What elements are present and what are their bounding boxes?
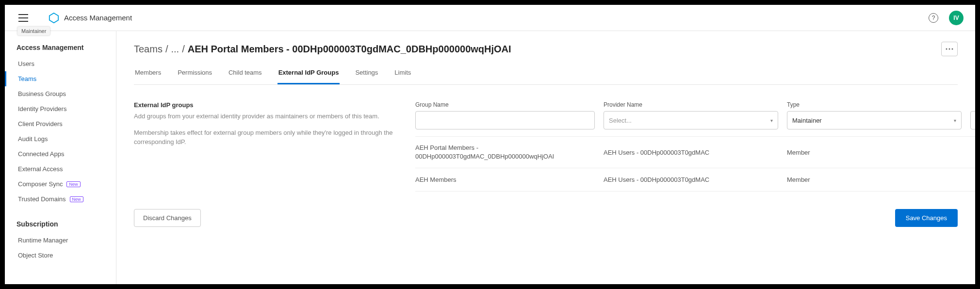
- svg-point-5: [949, 48, 950, 50]
- ellipsis-icon: [946, 48, 953, 50]
- sidebar-item-users[interactable]: Users: [5, 56, 116, 71]
- sidebar-item-connected-apps[interactable]: Connected Apps: [5, 146, 116, 161]
- cell-provider-name: AEH Users - 00DHp000003T0gdMAC: [604, 176, 778, 183]
- breadcrumb-sep: /: [165, 44, 168, 55]
- hamburger-menu[interactable]: Maintainer: [16, 12, 30, 24]
- type-select-value: Maintainer: [792, 117, 822, 124]
- sidebar-section-subscription: Subscription: [5, 217, 116, 233]
- sidebar-item-runtime-manager[interactable]: Runtime Manager: [5, 233, 116, 248]
- sidebar-item-label: Object Store: [18, 252, 53, 259]
- sidebar-item-external-access[interactable]: External Access: [5, 161, 116, 177]
- cell-type: Member: [787, 176, 962, 183]
- logo-icon: [49, 13, 59, 23]
- description-para1: Add groups from your external identity p…: [134, 112, 396, 121]
- svg-point-4: [946, 48, 947, 50]
- new-badge: New: [66, 181, 80, 187]
- sidebar: Access Management UsersTeamsBusiness Gro…: [5, 31, 116, 284]
- svg-rect-2: [18, 21, 28, 22]
- sidebar-item-label: Connected Apps: [18, 150, 64, 158]
- sidebar-item-label: Composer Sync: [18, 180, 63, 188]
- more-actions-button[interactable]: [941, 42, 958, 56]
- main-content: Teams / ... / AEH Portal Members - 00DHp…: [116, 31, 975, 284]
- sidebar-item-label: Identity Providers: [18, 105, 66, 112]
- avatar[interactable]: IV: [949, 11, 964, 25]
- sidebar-item-client-providers[interactable]: Client Providers: [5, 116, 116, 131]
- table-row: AEH Portal Members - 00DHp000003T0gdMAC_…: [415, 136, 975, 168]
- save-changes-button[interactable]: Save Changes: [895, 209, 958, 227]
- sidebar-item-label: Trusted Domains: [18, 195, 66, 203]
- breadcrumb: Teams / ... / AEH Portal Members - 00DHp…: [134, 44, 511, 55]
- sidebar-item-teams[interactable]: Teams: [5, 71, 116, 86]
- svg-rect-0: [18, 14, 28, 15]
- group-name-input[interactable]: [415, 111, 595, 129]
- cell-group-name: AEH Members: [415, 176, 595, 184]
- sidebar-item-audit-logs[interactable]: Audit Logs: [5, 131, 116, 146]
- sidebar-item-object-store[interactable]: Object Store: [5, 248, 116, 263]
- description-para2: Membership takes effect for external gro…: [134, 128, 396, 147]
- tab-permissions[interactable]: Permissions: [177, 63, 213, 84]
- sidebar-item-label: Teams: [18, 75, 36, 82]
- type-select[interactable]: Maintainer ▾: [787, 111, 962, 129]
- sidebar-item-business-groups[interactable]: Business Groups: [5, 86, 116, 101]
- type-label: Type: [787, 101, 962, 108]
- cell-actions: ✕: [970, 148, 975, 157]
- chevron-down-icon: ▾: [770, 118, 773, 123]
- cell-provider-name: AEH Users - 00DHp000003T0gdMAC: [604, 149, 778, 156]
- breadcrumb-root[interactable]: Teams: [134, 44, 163, 55]
- tab-limits[interactable]: Limits: [393, 63, 412, 84]
- table-row: AEH MembersAEH Users - 00DHp000003T0gdMA…: [415, 168, 975, 192]
- help-icon[interactable]: ?: [929, 13, 938, 23]
- cell-group-name: AEH Portal Members - 00DHp000003T0gdMAC_…: [415, 144, 595, 161]
- provider-name-select[interactable]: Select... ▾: [604, 111, 778, 129]
- breadcrumb-ellipsis[interactable]: ...: [171, 44, 179, 55]
- tooltip: Maintainer: [17, 27, 50, 35]
- sidebar-item-label: Client Providers: [18, 120, 63, 128]
- new-badge: New: [70, 196, 83, 202]
- provider-select-value: Select...: [609, 117, 632, 124]
- svg-point-6: [952, 48, 953, 50]
- sidebar-item-trusted-domains[interactable]: Trusted DomainsNew: [5, 192, 116, 207]
- add-button[interactable]: Add: [970, 111, 975, 129]
- sidebar-item-composer-sync[interactable]: Composer SyncNew: [5, 177, 116, 192]
- hamburger-icon: [18, 14, 28, 22]
- sidebar-item-identity-providers[interactable]: Identity Providers: [5, 101, 116, 116]
- description-title: External IdP groups: [134, 101, 396, 109]
- sidebar-item-label: Runtime Manager: [18, 237, 68, 244]
- tabs: MembersPermissionsChild teamsExternal Id…: [134, 63, 958, 85]
- breadcrumb-sep: /: [182, 44, 185, 55]
- chevron-down-icon: ▾: [954, 118, 956, 123]
- svg-marker-3: [49, 13, 58, 22]
- svg-rect-1: [18, 17, 28, 18]
- sidebar-item-label: Business Groups: [18, 90, 66, 97]
- tab-child-teams[interactable]: Child teams: [228, 63, 263, 84]
- topbar: Maintainer Access Management ? IV: [5, 5, 975, 31]
- breadcrumb-current: AEH Portal Members - 00DHp000003T0gdMAC_…: [188, 44, 511, 55]
- cell-type: Member: [787, 149, 962, 156]
- brand-logo: [49, 13, 59, 23]
- tab-members[interactable]: Members: [134, 63, 162, 84]
- app-title: Access Management: [64, 14, 132, 22]
- discard-changes-button[interactable]: Discard Changes: [134, 209, 201, 227]
- tab-settings[interactable]: Settings: [354, 63, 379, 84]
- sidebar-section-management: Access Management: [5, 41, 116, 56]
- sidebar-item-label: External Access: [18, 165, 63, 173]
- provider-name-label: Provider Name: [604, 101, 778, 108]
- cell-actions: ✕: [970, 175, 975, 184]
- tab-external-idp-groups[interactable]: External IdP Groups: [278, 63, 340, 84]
- sidebar-item-label: Audit Logs: [18, 135, 48, 143]
- sidebar-item-label: Users: [18, 60, 34, 67]
- group-name-label: Group Name: [415, 101, 595, 108]
